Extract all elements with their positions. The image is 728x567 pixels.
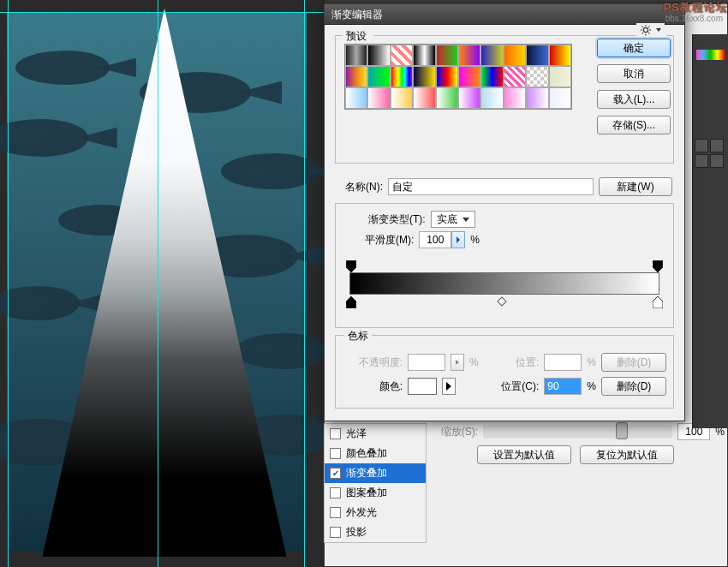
percent-symbol: % [469,356,479,368]
preset-swatch[interactable] [345,87,367,109]
guide-vertical[interactable] [304,0,305,567]
smoothness-input[interactable]: 100 [419,231,451,248]
guide-horizontal[interactable] [0,12,325,13]
fx-item-label: 颜色叠加 [346,446,387,461]
opacity-stop-left[interactable] [346,260,356,272]
preset-swatch[interactable] [391,66,413,87]
color-stop-white[interactable] [653,296,663,308]
fx-item-投影[interactable]: 投影 [325,522,426,542]
smoothness-spinner-button[interactable] [451,231,465,248]
guide-vertical[interactable] [158,0,158,567]
canvas-area[interactable] [0,0,325,567]
preset-swatch[interactable] [504,45,526,66]
fish-shape [234,333,328,369]
preset-swatch[interactable] [345,66,367,87]
fx-item-图案叠加[interactable]: 图案叠加 [325,483,426,503]
checkbox[interactable]: ✔ [330,468,341,479]
cancel-button[interactable]: 取消 [597,64,671,83]
fx-item-label: 图案叠加 [346,486,387,500]
save-button[interactable]: 存储(S)... [597,116,671,134]
preset-swatch[interactable] [436,87,458,109]
fx-item-label: 投影 [346,525,367,540]
preset-swatch[interactable] [367,45,390,66]
layer-effects-list: 光泽颜色叠加✔渐变叠加图案叠加外发光投影 [324,423,427,543]
checkbox[interactable] [330,527,341,538]
set-default-button[interactable]: 设置为默认值 [477,445,571,464]
preset-swatch[interactable] [549,87,571,109]
svg-line-7 [641,33,642,33]
preset-swatch[interactable] [458,66,480,87]
svg-line-8 [648,26,649,27]
ok-button[interactable]: 确定 [597,39,671,57]
fx-item-光泽[interactable]: 光泽 [325,424,426,444]
preset-swatch[interactable] [436,45,458,66]
preset-swatch[interactable] [391,87,413,109]
preset-swatch[interactable] [391,45,413,66]
color-field-label: 颜色: [343,379,403,394]
midpoint-diamond[interactable] [497,296,506,306]
fx-item-label: 光泽 [346,427,367,441]
preset-swatch[interactable] [526,45,548,66]
gradient-ramp-editor[interactable] [344,260,665,317]
delete-opacity-stop-button[interactable]: 删除(D) [601,353,666,372]
preset-swatch[interactable] [504,66,526,87]
preset-swatch[interactable] [413,87,435,109]
checkbox[interactable] [330,428,341,439]
fx-item-渐变叠加[interactable]: ✔渐变叠加 [325,463,426,483]
checkbox[interactable] [330,487,341,498]
preset-swatch[interactable] [480,87,503,109]
opacity-position-input[interactable] [544,354,582,371]
preset-swatch[interactable] [458,87,480,109]
preset-swatch[interactable] [413,66,435,87]
preset-swatch[interactable] [504,87,526,109]
document-canvas[interactable] [7,12,307,552]
opacity-spinner[interactable] [451,354,464,371]
preset-swatch[interactable] [458,45,480,66]
gradient-preview-bar[interactable] [349,272,659,295]
opacity-stop-right[interactable] [653,260,663,272]
preset-swatch[interactable] [526,87,548,109]
checkbox[interactable] [330,507,341,518]
preset-swatch[interactable] [480,45,503,66]
load-button[interactable]: 载入(L)... [597,90,671,109]
play-icon [456,236,460,243]
new-button[interactable]: 新建(W) [599,177,672,196]
stops-label: 色标 [344,329,372,343]
stop-color-swatch[interactable] [408,378,437,395]
presets-settings-button[interactable] [636,23,665,36]
preset-swatch[interactable] [367,66,390,87]
panel-icon[interactable] [710,154,724,168]
preset-swatch[interactable] [345,45,367,66]
delete-color-stop-button[interactable]: 删除(D) [601,377,666,396]
slider-thumb[interactable] [616,422,628,439]
scale-slider[interactable] [483,425,672,439]
checkbox[interactable] [330,448,341,459]
opacity-input[interactable] [408,354,445,371]
preset-swatch[interactable] [549,66,571,87]
preset-swatch[interactable] [367,87,390,109]
dialog-titlebar[interactable]: 渐变编辑器 [325,4,684,25]
panel-icon[interactable] [710,139,724,152]
fx-item-label: 外发光 [346,505,377,520]
dialog-title: 渐变编辑器 [331,9,383,21]
opacity-field-label: 不透明度: [343,355,403,370]
preset-swatch[interactable] [526,66,548,87]
fx-item-颜色叠加[interactable]: 颜色叠加 [325,444,426,463]
preset-swatch[interactable] [436,66,458,87]
preset-swatch[interactable] [413,45,435,66]
percent-symbol: % [587,380,596,392]
guide-vertical[interactable] [8,0,9,567]
preset-swatch[interactable] [549,45,571,66]
panel-icon[interactable] [695,154,708,168]
preset-swatch[interactable] [480,66,503,87]
right-panel-strip [692,34,728,428]
name-input[interactable]: 自定 [388,178,594,195]
color-stop-black[interactable] [346,296,356,308]
stop-color-picker-button[interactable] [442,378,456,395]
gradient-type-dropdown[interactable]: 实底 [431,211,475,228]
fx-item-外发光[interactable]: 外发光 [325,503,426,522]
reset-default-button[interactable]: 复位为默认值 [580,445,674,464]
color-position-input[interactable]: 90 [544,378,582,395]
play-icon [446,382,451,391]
panel-icon[interactable] [695,139,708,152]
